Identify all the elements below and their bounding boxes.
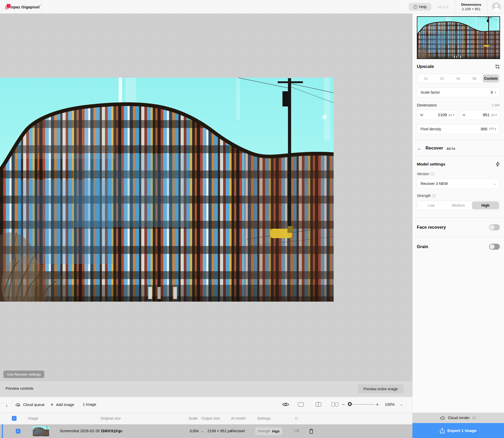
dimensions-indicator: Dimensions 2.109 × 951	[455, 0, 487, 14]
preview-controls-label: Preview controls	[6, 386, 33, 391]
version-info-icon[interactable]: i	[431, 172, 434, 176]
scale-factor-value: 3	[490, 90, 493, 95]
beta-badge: BETA	[447, 147, 455, 150]
row-selection-bar	[2, 424, 3, 438]
width-value: 2109	[438, 113, 447, 117]
cloud-queue-label: Cloud queue	[23, 403, 45, 407]
help-button[interactable]: i Help	[409, 3, 431, 11]
pixel-density-unit: PPI	[489, 127, 494, 131]
model-settings-label: Model settings	[417, 162, 445, 167]
preview-image[interactable]	[0, 78, 334, 302]
info-icon: i	[413, 5, 417, 9]
queue-table-header: ✓ Image Original size Scale Output size …	[0, 413, 412, 424]
pixel-density-field[interactable]: Pixel density 300 PPI ▾	[417, 124, 500, 134]
width-field[interactable]: W 2109 px ▾	[417, 110, 457, 120]
compare-eye-button[interactable]	[282, 402, 289, 407]
export-icon	[440, 428, 444, 433]
preview-canvas[interactable]: Use Recover settings	[0, 14, 412, 381]
pixel-density-value: 300	[480, 127, 487, 131]
upscale-option-6x[interactable]: 6x	[466, 74, 483, 82]
zoom-out-button[interactable]: −	[342, 402, 345, 408]
topbar-divider	[487, 0, 487, 14]
column-original-size: Original size	[101, 416, 121, 420]
cloud-queue-button[interactable]: Cloud queue	[14, 397, 47, 412]
back-arrow-icon[interactable]: ←	[417, 146, 422, 151]
pixel-density-label: Pixel density	[421, 127, 480, 131]
building-photo	[0, 78, 334, 302]
zoom-slider-handle[interactable]	[348, 402, 352, 406]
height-label: H	[463, 113, 465, 117]
upscale-option-2x[interactable]: 2x	[434, 74, 450, 82]
model-version-value: Recover 3 NEW	[421, 181, 494, 186]
user-avatar[interactable]	[492, 2, 501, 11]
recover-title: Recover	[426, 146, 443, 151]
lightning-icon[interactable]	[496, 162, 500, 167]
add-image-button[interactable]: + Add image	[47, 397, 78, 412]
zoom-chevron-down-icon[interactable]: ⌄	[400, 402, 403, 406]
row-scale: 3,00x	[190, 429, 199, 433]
strength-option-medium[interactable]: Medium	[445, 201, 472, 209]
app-version: v1.1.2	[438, 4, 449, 9]
bottom-toolbar: · · · · · ↓ Cloud queue + Add image 1 im…	[0, 397, 412, 413]
upscale-option-1x[interactable]: 1x	[418, 74, 434, 82]
upscale-segmented-control: 1x 2x 4x 6x Custom	[417, 74, 500, 83]
use-recover-settings-button[interactable]: Use Recover settings	[3, 371, 44, 378]
row-original-size: 703 × 317 px	[101, 429, 123, 433]
navigator-thumbnail[interactable]	[417, 16, 500, 59]
column-settings: Settings	[257, 416, 271, 420]
scale-factor-field[interactable]: Scale factor 3 x	[417, 87, 500, 97]
height-unit-chevron-down-icon[interactable]: ▾	[495, 114, 497, 116]
cloud-render-icon	[440, 416, 445, 420]
queue-row[interactable]: ✓ Screenshot 2026-02-26 114926.png 703 ×…	[0, 424, 412, 438]
row-face-recovery: Off	[294, 429, 299, 433]
megapixels-value: 2 MP	[491, 103, 500, 107]
scale-factor-label: Scale factor	[421, 90, 490, 94]
strength-info-icon[interactable]: i	[432, 194, 436, 197]
delete-row-button[interactable]	[309, 428, 315, 434]
help-label: Help	[419, 5, 427, 9]
download-button[interactable]: · · · · · ↓	[0, 397, 14, 412]
model-version-dropdown[interactable]: Recover 3 NEW ⌄	[417, 179, 500, 189]
strength-value: High	[272, 429, 280, 433]
side-by-side-view-button[interactable]	[332, 402, 338, 407]
eye-icon	[282, 402, 289, 407]
single-view-button[interactable]	[298, 402, 304, 407]
cloud-render-label: Cloud render	[448, 416, 470, 420]
row-checkbox[interactable]: ✓	[16, 429, 20, 434]
topaz-logo-icon	[5, 4, 6, 10]
grain-toggle[interactable]	[489, 244, 500, 250]
app-logo: Topaz Gigapixel™	[0, 0, 42, 14]
strength-option-high[interactable]: High	[472, 201, 499, 209]
grain-label: Grain	[417, 244, 428, 249]
export-button[interactable]: Export 1 image	[412, 423, 504, 438]
export-label: Export 1 image	[447, 428, 476, 433]
zoom-level[interactable]: 100%	[385, 402, 395, 407]
gigapixel-app: Topaz Gigapixel™ i Help v1.1.2 Dimension…	[0, 0, 504, 438]
ppi-chevron-down-icon[interactable]: ▾	[495, 128, 496, 130]
column-ai-model: AI model	[231, 416, 245, 420]
trash-icon	[309, 429, 314, 434]
split-view-button[interactable]	[316, 402, 321, 407]
column-scale: Scale	[188, 416, 198, 420]
zoom-in-button[interactable]: +	[376, 402, 379, 408]
select-all-checkbox[interactable]: ✓	[12, 416, 17, 421]
upscale-option-4x[interactable]: 4x	[450, 74, 466, 82]
width-label: W	[420, 113, 423, 117]
strength-option-low[interactable]: Low	[418, 201, 445, 209]
row-settings-chip[interactable]: Strength High	[255, 427, 282, 435]
preview-entire-image-button[interactable]: Preview entire image	[358, 384, 403, 393]
column-image: Image	[28, 416, 38, 420]
strength-key: Strength	[258, 429, 270, 433]
row-output-size: 2109 × 951 px	[207, 429, 232, 433]
scale-factor-unit: x	[495, 90, 496, 94]
face-recovery-toggle[interactable]	[489, 224, 500, 230]
version-label: Version	[417, 172, 429, 176]
cloud-render-status[interactable]: Cloud render 2s	[412, 413, 504, 423]
plus-icon: +	[50, 402, 54, 408]
strength-label: Strength	[417, 194, 431, 198]
upscale-option-custom[interactable]: Custom	[483, 74, 499, 82]
width-unit-chevron-down-icon[interactable]: ▾	[453, 114, 454, 116]
height-field[interactable]: H 951 px ▾	[460, 110, 500, 120]
crop-icon[interactable]	[495, 64, 500, 69]
zoom-slider-track[interactable]	[348, 404, 375, 405]
